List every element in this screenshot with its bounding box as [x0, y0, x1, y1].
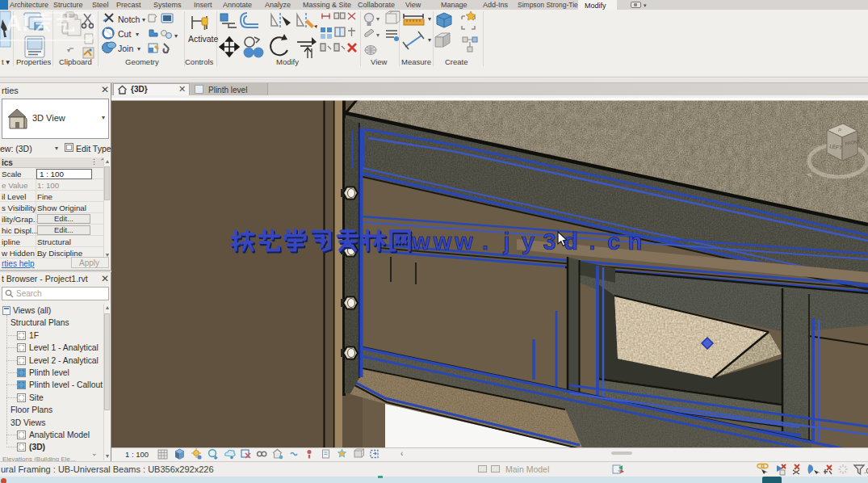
svg-text:▾: ▾ [136, 31, 139, 38]
svg-text:▾: ▾ [67, 47, 70, 54]
svg-text:Join: Join [118, 44, 133, 53]
svg-text:▾: ▾ [137, 45, 140, 52]
svg-text:w: w [411, 229, 430, 254]
svg-text:P: P [838, 128, 842, 132]
svg-text:AI: AI [6, 10, 28, 36]
svg-text:.: . [482, 229, 489, 254]
svg-text:c: c [607, 229, 620, 254]
svg-text:w: w [454, 229, 473, 254]
svg-text:j: j [502, 229, 509, 254]
svg-text:▾: ▾ [142, 16, 145, 23]
svg-text:.0: .0 [864, 467, 868, 475]
svg-text:3: 3 [543, 229, 556, 254]
svg-text:y: y [522, 229, 535, 254]
svg-text:▾: ▾ [428, 36, 431, 44]
svg-text:Activate: Activate [188, 34, 219, 44]
svg-text:w: w [433, 229, 452, 254]
svg-text:▾: ▾ [428, 15, 431, 23]
svg-text:Cut: Cut [118, 29, 131, 39]
svg-text:▾: ▾ [376, 32, 379, 39]
svg-text:▾: ▾ [174, 32, 178, 40]
svg-text:▾: ▾ [376, 15, 379, 23]
svg-text:Notch: Notch [118, 15, 140, 24]
svg-text:.: . [589, 229, 595, 254]
svg-text:n: n [628, 229, 643, 254]
svg-text:d: d [564, 229, 578, 254]
